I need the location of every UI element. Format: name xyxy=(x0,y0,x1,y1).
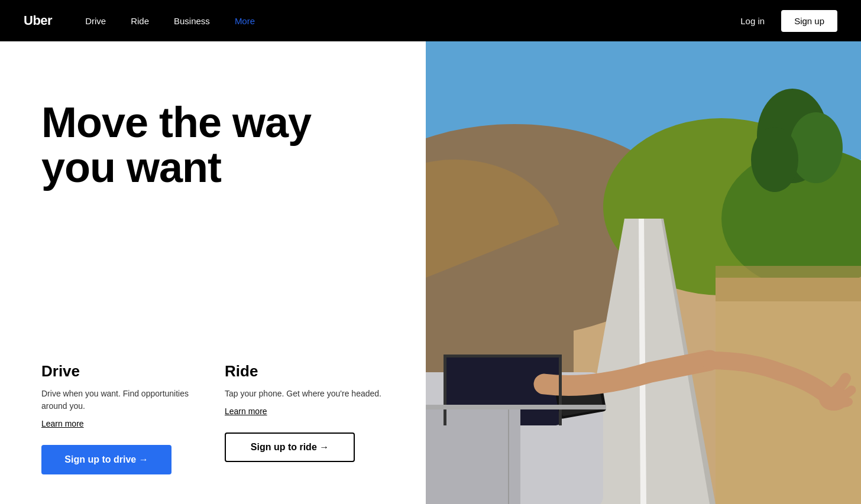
drive-learn-more-link[interactable]: Learn more xyxy=(41,419,84,428)
login-button[interactable]: Log in xyxy=(729,11,776,31)
sign-up-to-ride-button[interactable]: Sign up to ride → xyxy=(225,433,355,462)
drive-card-title: Drive xyxy=(41,362,201,381)
nav-ride[interactable]: Ride xyxy=(121,11,158,31)
svg-point-21 xyxy=(819,387,849,411)
hero-image-panel xyxy=(426,41,861,504)
navbar-actions: Log in Sign up xyxy=(729,10,837,32)
left-panel: Move the way you want Drive Drive when y… xyxy=(0,41,426,504)
hero-image xyxy=(426,41,861,504)
svg-point-8 xyxy=(751,127,798,192)
svg-point-7 xyxy=(789,112,843,183)
svg-rect-25 xyxy=(426,405,606,409)
nav-drive[interactable]: Drive xyxy=(76,11,115,31)
cards-section: Drive Drive when you want. Find opportun… xyxy=(41,362,384,474)
hero-section: Move the way you want xyxy=(41,65,384,190)
ride-card: Ride Tap your phone. Get where you're he… xyxy=(225,362,384,474)
svg-rect-13 xyxy=(716,266,861,301)
sign-up-to-drive-button[interactable]: Sign up to drive → xyxy=(41,445,171,474)
nav-more[interactable]: More xyxy=(225,11,264,31)
ride-learn-more-link[interactable]: Learn more xyxy=(225,407,267,416)
svg-rect-24 xyxy=(559,355,562,425)
ride-card-description: Tap your phone. Get where you're headed. xyxy=(225,388,384,400)
hero-title: Move the way you want xyxy=(41,100,384,190)
main-content: Move the way you want Drive Drive when y… xyxy=(0,41,861,504)
drive-card-description: Drive when you want. Find opportunities … xyxy=(41,388,201,412)
svg-rect-23 xyxy=(444,355,446,425)
navbar: Uber Drive Ride Business More Log in Sig… xyxy=(0,0,861,41)
ride-card-title: Ride xyxy=(225,362,384,381)
nav-business[interactable]: Business xyxy=(164,11,219,31)
svg-rect-22 xyxy=(444,355,562,357)
drive-card: Drive Drive when you want. Find opportun… xyxy=(41,362,201,474)
nav-links: Drive Ride Business More xyxy=(76,11,729,31)
signup-nav-button[interactable]: Sign up xyxy=(781,10,837,32)
uber-logo[interactable]: Uber xyxy=(24,13,52,28)
svg-rect-17 xyxy=(426,408,520,504)
